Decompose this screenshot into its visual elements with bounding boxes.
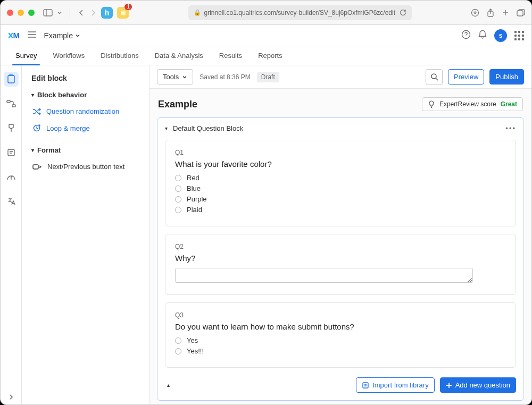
question-id: Q3 xyxy=(175,311,506,319)
expert-review-button[interactable]: ExpertReview score Great xyxy=(422,97,523,111)
lightbulb-icon xyxy=(428,100,435,108)
svg-rect-9 xyxy=(8,149,14,156)
question-id: Q1 xyxy=(175,149,506,156)
lock-icon: 🔒 xyxy=(194,9,201,16)
user-avatar[interactable]: s xyxy=(494,29,507,42)
apps-grid-icon[interactable] xyxy=(514,31,524,40)
block-menu-button[interactable]: ••• xyxy=(505,124,516,132)
downloads-icon[interactable] xyxy=(471,9,479,17)
question-text[interactable]: What is your favorite color? xyxy=(175,159,506,168)
tab-distributions[interactable]: Distributions xyxy=(101,46,139,65)
chevron-down-icon xyxy=(182,74,187,80)
choice-row[interactable]: Blue xyxy=(175,184,506,192)
rail-translate-icon[interactable] xyxy=(4,194,19,209)
import-library-button[interactable]: Import from library xyxy=(356,377,434,393)
library-icon xyxy=(362,382,369,389)
rail-builder-icon[interactable] xyxy=(4,72,19,87)
sidebar-toggle-icon[interactable] xyxy=(43,9,53,16)
preview-button[interactable]: Preview xyxy=(448,69,484,85)
block-title[interactable]: Default Question Block xyxy=(173,124,243,132)
tab-survey[interactable]: Survey xyxy=(15,46,37,65)
choice-row[interactable]: Yes xyxy=(175,336,506,344)
tab-reports[interactable]: Reports xyxy=(258,46,282,65)
reload-icon[interactable] xyxy=(399,9,406,16)
link-loop-merge[interactable]: Loop & merge xyxy=(31,120,139,137)
svg-point-12 xyxy=(431,74,436,79)
rail-flow-icon[interactable] xyxy=(4,96,19,111)
add-question-button[interactable]: Add new question xyxy=(440,377,516,393)
chevron-down-icon xyxy=(75,33,80,38)
radio-icon xyxy=(175,175,181,181)
rail-look-feel-icon[interactable] xyxy=(4,121,19,136)
project-selector[interactable]: Example xyxy=(44,31,80,40)
tab-results[interactable]: Results xyxy=(219,46,242,65)
tab-overview-icon[interactable] xyxy=(517,9,525,16)
honey-extension-icon[interactable]: h xyxy=(101,7,113,19)
help-icon[interactable] xyxy=(461,30,471,41)
radio-icon xyxy=(175,196,181,203)
notes-extension-icon[interactable]: ▦ xyxy=(117,7,129,19)
url-text: grinnell.co1.qualtrics.com/survey-builde… xyxy=(204,9,396,16)
question-card[interactable]: Q1 What is your favorite color? Red Blue… xyxy=(165,140,516,226)
draft-chip: Draft xyxy=(257,72,279,82)
panel-title: Edit block xyxy=(31,74,139,82)
window-controls xyxy=(7,10,35,16)
toolbar: Tools Saved at 8:36 PM Draft Preview Pub… xyxy=(149,65,531,89)
notifications-icon[interactable] xyxy=(478,30,487,41)
choice-row[interactable]: Purple xyxy=(175,195,506,203)
xm-logo[interactable]: XM xyxy=(8,31,20,40)
question-card[interactable]: Q2 Why? xyxy=(165,234,516,295)
question-block: ▾ Default Question Block ••• Q1 What is … xyxy=(157,117,524,401)
project-name: Example xyxy=(44,31,73,40)
svg-rect-6 xyxy=(8,75,14,83)
question-card[interactable]: Q3 Do you want to learn how to make subm… xyxy=(165,302,516,368)
minimize-window-button[interactable] xyxy=(18,10,24,16)
rail-options-icon[interactable] xyxy=(4,145,19,160)
svg-rect-0 xyxy=(44,10,52,16)
search-button[interactable] xyxy=(426,69,443,85)
rail-quotas-icon[interactable] xyxy=(4,170,19,184)
svg-rect-11 xyxy=(33,165,38,169)
chevron-down-icon[interactable] xyxy=(57,10,62,15)
tools-button[interactable]: Tools xyxy=(157,69,193,85)
browser-titlebar: h ▦ 🔒 grinnell.co1.qualtrics.com/survey-… xyxy=(1,1,531,25)
tab-workflows[interactable]: Workflows xyxy=(53,46,85,65)
rail-collapse-icon[interactable] xyxy=(4,390,19,404)
tab-data-analysis[interactable]: Data & Analysis xyxy=(155,46,203,65)
app-header: XM Example s xyxy=(1,25,531,46)
loop-icon xyxy=(32,124,41,132)
left-rail xyxy=(1,65,22,404)
publish-button[interactable]: Publish xyxy=(489,69,524,85)
saved-status: Saved at 8:36 PM xyxy=(200,73,250,81)
nav-text-icon xyxy=(32,163,42,171)
survey-title: Example xyxy=(158,99,197,110)
survey-canvas[interactable]: Example ExpertReview score Great ▾ Defau… xyxy=(149,89,531,404)
svg-rect-4 xyxy=(517,11,523,16)
menu-icon[interactable] xyxy=(27,31,37,40)
share-icon[interactable] xyxy=(487,9,494,17)
question-text[interactable]: Why? xyxy=(175,254,506,263)
block-collapse-toggle[interactable]: ▾ xyxy=(165,125,168,131)
text-entry-input[interactable] xyxy=(175,268,473,283)
radio-icon xyxy=(175,185,181,192)
link-question-randomization[interactable]: Question randomization xyxy=(31,103,139,120)
plus-icon xyxy=(446,382,452,389)
choice-row[interactable]: Red xyxy=(175,174,506,182)
forward-button[interactable] xyxy=(89,9,97,16)
section-format[interactable]: ▾Format xyxy=(31,146,139,154)
choice-row[interactable]: Plaid xyxy=(175,206,506,214)
choice-row[interactable]: Yes!!! xyxy=(175,347,506,355)
link-next-prev-text[interactable]: Next/Previous button text xyxy=(31,158,139,175)
section-block-behavior[interactable]: ▾Block behavior xyxy=(31,91,139,99)
radio-icon xyxy=(175,348,181,355)
back-button[interactable] xyxy=(78,9,85,16)
new-tab-icon[interactable] xyxy=(502,9,509,16)
close-window-button[interactable] xyxy=(7,10,13,16)
edit-block-panel: Edit block ▾Block behavior Question rand… xyxy=(22,65,149,404)
maximize-window-button[interactable] xyxy=(28,10,35,16)
shuffle-icon xyxy=(32,108,41,115)
block-collapse-bottom[interactable]: ▴ xyxy=(165,382,170,388)
radio-icon xyxy=(175,207,181,213)
address-bar[interactable]: 🔒 grinnell.co1.qualtrics.com/survey-buil… xyxy=(188,5,412,20)
question-text[interactable]: Do you want to learn how to make submit … xyxy=(175,322,506,331)
